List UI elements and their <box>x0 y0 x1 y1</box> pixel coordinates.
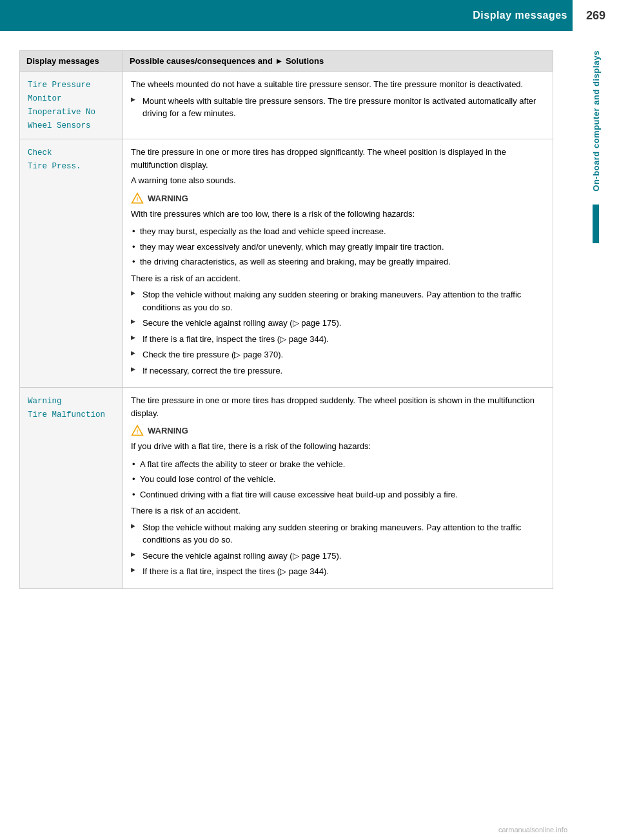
svg-text:!: ! <box>136 196 138 203</box>
display-messages-table: Display messages Possible causes/consequ… <box>19 50 553 589</box>
display-msg-text-1: Tire PressureMonitorInoperative NoWheel … <box>28 81 95 130</box>
arrow-item: If there is a flat tire, inspect the tir… <box>131 565 545 578</box>
row3-warning-text: If you drive with a flat tire, there is … <box>131 440 545 453</box>
warning-header-2: ! WARNING <box>131 425 545 437</box>
right-sidebar: On-board computer and displays <box>573 31 619 840</box>
causes-3: The tire pressure in one or more tires h… <box>123 388 553 589</box>
sidebar-accent <box>593 205 599 243</box>
arrow-item: Secure the vehicle against rolling away … <box>131 550 545 563</box>
causes-2: The tire pressure in one or more tires h… <box>123 139 553 388</box>
bullet-item: they may wear excessively and/or unevenl… <box>131 241 545 254</box>
row3-text3: There is a risk of an accident. <box>131 505 545 517</box>
display-msg-text-2: CheckTire Press. <box>28 148 81 171</box>
main-content: Display messages Possible causes/consequ… <box>0 31 573 608</box>
col-header-causes: Possible causes/consequences and ► Solut… <box>123 51 553 72</box>
table-row: CheckTire Press. The tire pressure in on… <box>20 139 553 388</box>
warning-label-2: WARNING <box>148 425 188 437</box>
warning-triangle-icon-2: ! <box>131 425 144 437</box>
row3-bullets: A flat tire affects the ability to steer… <box>131 458 545 501</box>
arrow-item: If there is a flat tire, inspect the tir… <box>131 333 545 346</box>
causes-1: The wheels mounted do not have a suitabl… <box>123 72 553 139</box>
row2-arrows: Stop the vehicle without making any sudd… <box>131 288 545 377</box>
row2-warning-text: With tire pressures which are too low, t… <box>131 208 545 221</box>
arrow-item: Mount wheels with suitable tire pressure… <box>131 95 545 120</box>
row2-bullets: they may burst, especially as the load a… <box>131 225 545 268</box>
row1-text1: The wheels mounted do not have a suitabl… <box>131 78 545 91</box>
display-msg-text-3: WarningTire Malfunction <box>28 397 105 419</box>
bullet-item: the driving characteristics, as well as … <box>131 255 545 268</box>
arrow-item: Check the tire pressure (▷ page 370). <box>131 348 545 361</box>
arrow-item: Stop the vehicle without making any sudd… <box>131 521 545 546</box>
warning-header-1: ! WARNING <box>131 192 545 205</box>
bullet-item: Continued driving with a flat tire will … <box>131 488 545 501</box>
arrow-item: Secure the vehicle against rolling away … <box>131 317 545 330</box>
row3-arrows: Stop the vehicle without making any sudd… <box>131 521 545 578</box>
warning-block-2: ! WARNING If you drive with a flat tire,… <box>131 425 545 453</box>
arrow-item: Stop the vehicle without making any sudd… <box>131 288 545 314</box>
bullet-item: A flat tire affects the ability to steer… <box>131 458 545 471</box>
table-row: Tire PressureMonitorInoperative NoWheel … <box>20 72 553 139</box>
row3-text1: The tire pressure in one or more tires h… <box>131 394 545 419</box>
bullet-item: You could lose control of the vehicle. <box>131 473 545 486</box>
display-msg-1: Tire PressureMonitorInoperative NoWheel … <box>20 72 123 139</box>
col-header-display: Display messages <box>20 51 123 72</box>
watermark: carmanualsonline.info <box>498 826 567 834</box>
display-msg-2: CheckTire Press. <box>20 139 123 388</box>
bullet-item: they may burst, especially as the load a… <box>131 225 545 238</box>
table-row: WarningTire Malfunction The tire pressur… <box>20 388 553 589</box>
row2-text3: There is a risk of an accident. <box>131 272 545 285</box>
arrow-item: If necessary, correct the tire pressure. <box>131 365 545 377</box>
row2-text1: The tire pressure in one or more tires h… <box>131 146 545 171</box>
warning-block-1: ! WARNING With tire pressures which are … <box>131 192 545 221</box>
row1-arrows: Mount wheels with suitable tire pressure… <box>131 95 545 120</box>
page-number: 269 <box>573 0 619 31</box>
display-msg-3: WarningTire Malfunction <box>20 388 123 589</box>
sidebar-label: On-board computer and displays <box>591 50 601 192</box>
header-title: Display messages <box>473 10 567 21</box>
header-bar: Display messages <box>0 0 619 31</box>
row2-text2: A warning tone also sounds. <box>131 174 545 187</box>
warning-triangle-icon: ! <box>131 192 144 205</box>
svg-text:!: ! <box>136 428 138 435</box>
warning-label-1: WARNING <box>148 192 188 205</box>
